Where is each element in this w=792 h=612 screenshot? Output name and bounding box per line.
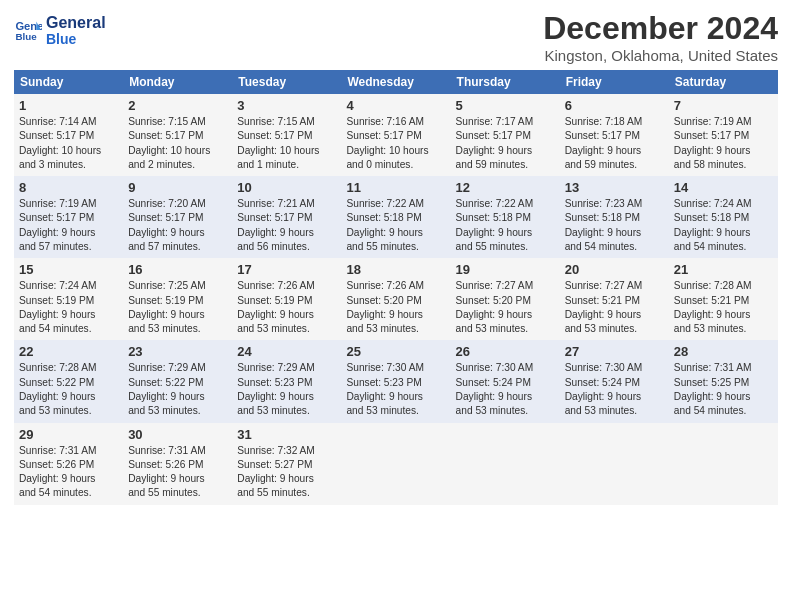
day-cell-24: 24Sunrise: 7:29 AMSunset: 5:23 PMDayligh… bbox=[232, 340, 341, 422]
day-info: Sunrise: 7:27 AMSunset: 5:20 PMDaylight:… bbox=[456, 279, 555, 336]
week-row-1: 1Sunrise: 7:14 AMSunset: 5:17 PMDaylight… bbox=[14, 94, 778, 176]
day-cell-14: 14Sunrise: 7:24 AMSunset: 5:18 PMDayligh… bbox=[669, 176, 778, 258]
day-info: Sunrise: 7:18 AMSunset: 5:17 PMDaylight:… bbox=[565, 115, 664, 172]
day-number: 20 bbox=[565, 262, 664, 277]
day-info: Sunrise: 7:15 AMSunset: 5:17 PMDaylight:… bbox=[128, 115, 227, 172]
day-cell-4: 4Sunrise: 7:16 AMSunset: 5:17 PMDaylight… bbox=[341, 94, 450, 176]
col-header-sunday: Sunday bbox=[14, 70, 123, 94]
day-info: Sunrise: 7:22 AMSunset: 5:18 PMDaylight:… bbox=[456, 197, 555, 254]
calendar-table: SundayMondayTuesdayWednesdayThursdayFrid… bbox=[14, 70, 778, 505]
header: General Blue General Blue December 2024 … bbox=[14, 10, 778, 64]
empty-cell bbox=[341, 423, 450, 505]
day-number: 29 bbox=[19, 427, 118, 442]
day-info: Sunrise: 7:19 AMSunset: 5:17 PMDaylight:… bbox=[674, 115, 773, 172]
day-cell-15: 15Sunrise: 7:24 AMSunset: 5:19 PMDayligh… bbox=[14, 258, 123, 340]
day-number: 15 bbox=[19, 262, 118, 277]
day-info: Sunrise: 7:29 AMSunset: 5:22 PMDaylight:… bbox=[128, 361, 227, 418]
day-info: Sunrise: 7:28 AMSunset: 5:21 PMDaylight:… bbox=[674, 279, 773, 336]
empty-cell bbox=[669, 423, 778, 505]
day-info: Sunrise: 7:23 AMSunset: 5:18 PMDaylight:… bbox=[565, 197, 664, 254]
day-info: Sunrise: 7:21 AMSunset: 5:17 PMDaylight:… bbox=[237, 197, 336, 254]
day-cell-18: 18Sunrise: 7:26 AMSunset: 5:20 PMDayligh… bbox=[341, 258, 450, 340]
logo-icon: General Blue bbox=[14, 16, 42, 44]
day-cell-26: 26Sunrise: 7:30 AMSunset: 5:24 PMDayligh… bbox=[451, 340, 560, 422]
day-cell-7: 7Sunrise: 7:19 AMSunset: 5:17 PMDaylight… bbox=[669, 94, 778, 176]
day-info: Sunrise: 7:31 AMSunset: 5:26 PMDaylight:… bbox=[19, 444, 118, 501]
day-cell-22: 22Sunrise: 7:28 AMSunset: 5:22 PMDayligh… bbox=[14, 340, 123, 422]
day-cell-17: 17Sunrise: 7:26 AMSunset: 5:19 PMDayligh… bbox=[232, 258, 341, 340]
title-block: December 2024 Kingston, Oklahoma, United… bbox=[543, 10, 778, 64]
day-number: 26 bbox=[456, 344, 555, 359]
empty-cell bbox=[560, 423, 669, 505]
day-cell-29: 29Sunrise: 7:31 AMSunset: 5:26 PMDayligh… bbox=[14, 423, 123, 505]
day-info: Sunrise: 7:25 AMSunset: 5:19 PMDaylight:… bbox=[128, 279, 227, 336]
day-number: 2 bbox=[128, 98, 227, 113]
day-info: Sunrise: 7:14 AMSunset: 5:17 PMDaylight:… bbox=[19, 115, 118, 172]
day-cell-5: 5Sunrise: 7:17 AMSunset: 5:17 PMDaylight… bbox=[451, 94, 560, 176]
week-row-4: 22Sunrise: 7:28 AMSunset: 5:22 PMDayligh… bbox=[14, 340, 778, 422]
day-cell-2: 2Sunrise: 7:15 AMSunset: 5:17 PMDaylight… bbox=[123, 94, 232, 176]
col-header-saturday: Saturday bbox=[669, 70, 778, 94]
day-number: 30 bbox=[128, 427, 227, 442]
day-cell-16: 16Sunrise: 7:25 AMSunset: 5:19 PMDayligh… bbox=[123, 258, 232, 340]
day-number: 24 bbox=[237, 344, 336, 359]
col-header-friday: Friday bbox=[560, 70, 669, 94]
day-info: Sunrise: 7:28 AMSunset: 5:22 PMDaylight:… bbox=[19, 361, 118, 418]
day-number: 3 bbox=[237, 98, 336, 113]
day-cell-11: 11Sunrise: 7:22 AMSunset: 5:18 PMDayligh… bbox=[341, 176, 450, 258]
col-header-tuesday: Tuesday bbox=[232, 70, 341, 94]
day-cell-28: 28Sunrise: 7:31 AMSunset: 5:25 PMDayligh… bbox=[669, 340, 778, 422]
day-number: 13 bbox=[565, 180, 664, 195]
day-cell-31: 31Sunrise: 7:32 AMSunset: 5:27 PMDayligh… bbox=[232, 423, 341, 505]
day-info: Sunrise: 7:31 AMSunset: 5:25 PMDaylight:… bbox=[674, 361, 773, 418]
day-number: 17 bbox=[237, 262, 336, 277]
day-info: Sunrise: 7:16 AMSunset: 5:17 PMDaylight:… bbox=[346, 115, 445, 172]
day-number: 19 bbox=[456, 262, 555, 277]
day-cell-19: 19Sunrise: 7:27 AMSunset: 5:20 PMDayligh… bbox=[451, 258, 560, 340]
logo-text-line1: General bbox=[46, 14, 106, 32]
week-row-5: 29Sunrise: 7:31 AMSunset: 5:26 PMDayligh… bbox=[14, 423, 778, 505]
day-number: 23 bbox=[128, 344, 227, 359]
day-cell-8: 8Sunrise: 7:19 AMSunset: 5:17 PMDaylight… bbox=[14, 176, 123, 258]
day-number: 1 bbox=[19, 98, 118, 113]
day-number: 27 bbox=[565, 344, 664, 359]
day-info: Sunrise: 7:31 AMSunset: 5:26 PMDaylight:… bbox=[128, 444, 227, 501]
day-info: Sunrise: 7:26 AMSunset: 5:20 PMDaylight:… bbox=[346, 279, 445, 336]
day-number: 16 bbox=[128, 262, 227, 277]
day-number: 28 bbox=[674, 344, 773, 359]
col-header-monday: Monday bbox=[123, 70, 232, 94]
day-info: Sunrise: 7:24 AMSunset: 5:19 PMDaylight:… bbox=[19, 279, 118, 336]
day-info: Sunrise: 7:15 AMSunset: 5:17 PMDaylight:… bbox=[237, 115, 336, 172]
day-number: 4 bbox=[346, 98, 445, 113]
main-title: December 2024 bbox=[543, 10, 778, 47]
day-number: 21 bbox=[674, 262, 773, 277]
header-row: SundayMondayTuesdayWednesdayThursdayFrid… bbox=[14, 70, 778, 94]
day-cell-27: 27Sunrise: 7:30 AMSunset: 5:24 PMDayligh… bbox=[560, 340, 669, 422]
day-info: Sunrise: 7:27 AMSunset: 5:21 PMDaylight:… bbox=[565, 279, 664, 336]
day-cell-25: 25Sunrise: 7:30 AMSunset: 5:23 PMDayligh… bbox=[341, 340, 450, 422]
day-number: 5 bbox=[456, 98, 555, 113]
day-number: 7 bbox=[674, 98, 773, 113]
day-cell-1: 1Sunrise: 7:14 AMSunset: 5:17 PMDaylight… bbox=[14, 94, 123, 176]
day-cell-12: 12Sunrise: 7:22 AMSunset: 5:18 PMDayligh… bbox=[451, 176, 560, 258]
col-header-wednesday: Wednesday bbox=[341, 70, 450, 94]
day-info: Sunrise: 7:17 AMSunset: 5:17 PMDaylight:… bbox=[456, 115, 555, 172]
day-number: 12 bbox=[456, 180, 555, 195]
day-number: 25 bbox=[346, 344, 445, 359]
svg-text:Blue: Blue bbox=[15, 31, 37, 42]
day-info: Sunrise: 7:29 AMSunset: 5:23 PMDaylight:… bbox=[237, 361, 336, 418]
day-info: Sunrise: 7:22 AMSunset: 5:18 PMDaylight:… bbox=[346, 197, 445, 254]
day-cell-20: 20Sunrise: 7:27 AMSunset: 5:21 PMDayligh… bbox=[560, 258, 669, 340]
day-number: 9 bbox=[128, 180, 227, 195]
day-cell-13: 13Sunrise: 7:23 AMSunset: 5:18 PMDayligh… bbox=[560, 176, 669, 258]
week-row-3: 15Sunrise: 7:24 AMSunset: 5:19 PMDayligh… bbox=[14, 258, 778, 340]
day-info: Sunrise: 7:26 AMSunset: 5:19 PMDaylight:… bbox=[237, 279, 336, 336]
day-cell-3: 3Sunrise: 7:15 AMSunset: 5:17 PMDaylight… bbox=[232, 94, 341, 176]
day-info: Sunrise: 7:32 AMSunset: 5:27 PMDaylight:… bbox=[237, 444, 336, 501]
day-number: 10 bbox=[237, 180, 336, 195]
day-cell-23: 23Sunrise: 7:29 AMSunset: 5:22 PMDayligh… bbox=[123, 340, 232, 422]
day-cell-21: 21Sunrise: 7:28 AMSunset: 5:21 PMDayligh… bbox=[669, 258, 778, 340]
day-number: 8 bbox=[19, 180, 118, 195]
day-info: Sunrise: 7:30 AMSunset: 5:23 PMDaylight:… bbox=[346, 361, 445, 418]
page-container: General Blue General Blue December 2024 … bbox=[0, 0, 792, 515]
